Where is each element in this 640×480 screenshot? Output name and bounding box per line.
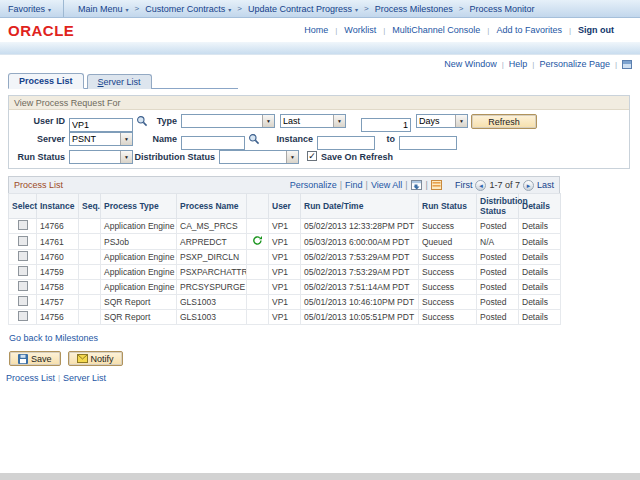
type-select-value <box>182 115 262 127</box>
row-select-checkbox[interactable] <box>18 311 28 321</box>
run-status-select[interactable]: ▼ <box>69 150 133 164</box>
download-to-excel-icon[interactable] <box>411 180 423 191</box>
details-link[interactable]: Details <box>519 265 561 280</box>
distribution-status-select[interactable]: ▼ <box>219 150 299 164</box>
save-button[interactable]: Save <box>9 351 61 366</box>
new-window-icon[interactable] <box>622 60 632 69</box>
bottom-server-list-link[interactable]: Server List <box>63 373 106 383</box>
home-link[interactable]: Home <box>304 25 328 35</box>
select-arrow-icon: ▼ <box>455 115 467 127</box>
sign-out-link[interactable]: Sign out <box>578 25 614 35</box>
multichannel-console-link[interactable]: MultiChannel Console <box>392 25 480 35</box>
pager-last[interactable]: Last <box>537 180 554 190</box>
add-to-favorites-link[interactable]: Add to Favorites <box>496 25 562 35</box>
cell-icon <box>247 265 269 280</box>
row-select-checkbox[interactable] <box>18 236 28 246</box>
col-user: User <box>269 194 301 219</box>
new-window-link[interactable]: New Window <box>444 59 497 69</box>
view-all-link[interactable]: View All <box>371 180 402 190</box>
row-select-checkbox[interactable] <box>18 266 28 276</box>
pager-prev-icon[interactable]: ◂ <box>475 180 486 191</box>
cell-distribution-status: Posted <box>477 295 519 310</box>
worklist-link[interactable]: Worklist <box>344 25 376 35</box>
save-on-refresh-checkbox[interactable]: ✓ <box>307 151 317 161</box>
last-select[interactable]: Last ▼ <box>280 114 346 128</box>
refresh-button[interactable]: Refresh <box>471 114 537 129</box>
cell-distribution-status: Posted <box>477 219 519 234</box>
help-link[interactable]: Help <box>509 59 528 69</box>
filter-row-2: Server PSNT ▼ Name Instance to <box>9 132 629 147</box>
cell-instance: 14759 <box>37 265 79 280</box>
cell-seq <box>79 219 101 234</box>
cell-process-name: PSXP_DIRCLN <box>177 250 247 265</box>
breadcrumb-update-contract-progress[interactable]: Update Contract Progress <box>248 4 352 14</box>
cell-process-name: GLS1003 <box>177 295 247 310</box>
process-table: Select Instance Seq. Process Type Proces… <box>8 193 561 325</box>
instance-label: Instance <box>261 132 313 144</box>
tab-process-list[interactable]: Process List <box>8 73 84 89</box>
pager-next-icon[interactable]: ▸ <box>523 180 534 191</box>
row-select-checkbox[interactable] <box>18 281 28 291</box>
to-label: to <box>379 132 395 144</box>
cell-user: VP1 <box>269 265 301 280</box>
cell-run-status: Queued <box>419 234 477 250</box>
col-icon <box>247 194 269 219</box>
user-id-lookup-icon[interactable] <box>136 115 148 127</box>
breadcrumb-process-monitor[interactable]: Process Monitor <box>469 4 534 14</box>
server-label: Server <box>9 132 65 144</box>
zoom-grid-icon[interactable] <box>431 180 443 191</box>
find-link[interactable]: Find <box>345 180 363 190</box>
name-label: Name <box>147 132 177 144</box>
user-id-input[interactable] <box>69 118 133 132</box>
go-back-to-milestones-link[interactable]: Go back to Milestones <box>9 333 98 343</box>
cell-process-type: Application Engine <box>101 280 177 295</box>
save-on-refresh-label: Save On Refresh <box>321 150 401 162</box>
details-link[interactable]: Details <box>519 310 561 325</box>
breadcrumb-process-milestones[interactable]: Process Milestones <box>375 4 453 14</box>
breadcrumb-customer-contracts[interactable]: Customer Contracts <box>145 4 225 14</box>
personalize-link[interactable]: Personalize <box>290 180 337 190</box>
notify-button[interactable]: Notify <box>68 351 123 366</box>
process-list-grid: Process List Personalize | Find | View A… <box>8 176 560 325</box>
cell-instance: 14760 <box>37 250 79 265</box>
favorites-menu[interactable]: Favorites ▾ <box>0 0 64 17</box>
name-lookup-icon[interactable] <box>248 133 260 145</box>
details-link[interactable]: Details <box>519 295 561 310</box>
row-select-checkbox[interactable] <box>18 296 28 306</box>
bottom-page-links: Process List | Server List <box>6 373 640 383</box>
tab-process-list-label: Process List <box>19 76 73 86</box>
cell-distribution-status: Posted <box>477 250 519 265</box>
divider: | <box>58 373 60 383</box>
select-arrow-icon: ▼ <box>286 151 298 163</box>
server-select[interactable]: PSNT ▼ <box>69 132 133 146</box>
cell-run-status: Success <box>419 219 477 234</box>
header-links: Home | Worklist | MultiChannel Console |… <box>304 25 632 35</box>
bottom-process-list-link[interactable]: Process List <box>6 373 55 383</box>
details-link[interactable]: Details <box>519 219 561 234</box>
row-select-checkbox[interactable] <box>18 220 28 230</box>
cell-run-datetime: 05/02/2013 12:33:28PM PDT <box>301 219 419 234</box>
grid-title: Process List <box>14 180 63 190</box>
details-link[interactable]: Details <box>519 234 561 250</box>
instance-to-input[interactable] <box>399 136 457 150</box>
type-select[interactable]: ▼ <box>181 114 275 128</box>
personalize-page-link[interactable]: Personalize Page <box>539 59 610 69</box>
last-count-input[interactable] <box>361 118 411 132</box>
process-name-link[interactable]: ARPREDCT <box>177 234 247 250</box>
days-select[interactable]: Days ▼ <box>416 114 468 128</box>
name-input[interactable] <box>181 136 245 150</box>
cell-user: VP1 <box>269 250 301 265</box>
pager-first[interactable]: First <box>455 180 473 190</box>
oracle-logo: ORACLE <box>8 22 74 39</box>
instance-from-input[interactable] <box>317 136 375 150</box>
row-select-checkbox[interactable] <box>18 251 28 261</box>
breadcrumb-main-menu[interactable]: Main Menu <box>78 4 123 14</box>
tab-server-list[interactable]: Server List <box>87 74 152 89</box>
divider: | <box>405 180 407 190</box>
details-link[interactable]: Details <box>519 250 561 265</box>
cell-user: VP1 <box>269 310 301 325</box>
details-link[interactable]: Details <box>519 280 561 295</box>
grid-action-links: Personalize | Find | View All | | <box>290 180 443 191</box>
refresh-status-icon[interactable] <box>252 235 263 246</box>
favorites-label: Favorites <box>8 4 45 14</box>
